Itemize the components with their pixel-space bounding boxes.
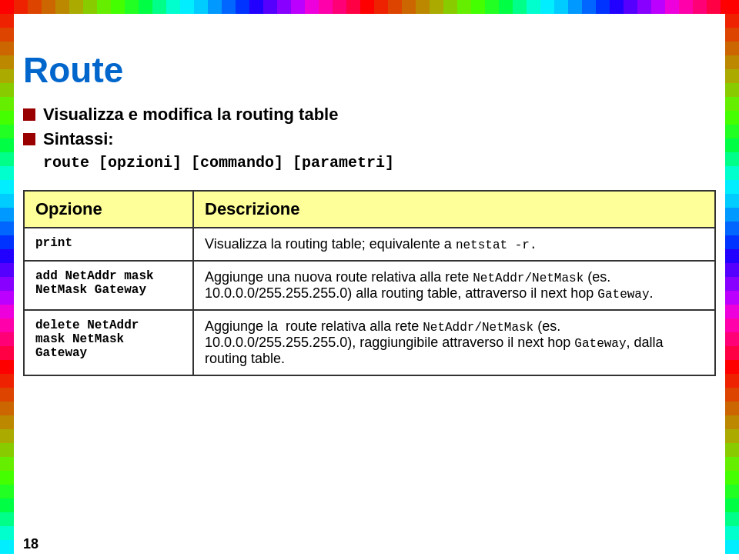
option-add: add NetAddr mask NetMask Gateway	[24, 261, 193, 310]
option-delete: delete NetAddr mask NetMask Gateway	[24, 310, 193, 375]
right-color-strip	[725, 0, 739, 554]
table-row: print Visualizza la routing table; equiv…	[24, 228, 715, 261]
top-color-strip	[0, 0, 739, 14]
left-color-strip	[0, 0, 14, 554]
subtitle-sintassi: Sintassi:	[23, 129, 716, 149]
bullet-icon-1	[23, 108, 35, 121]
desc-delete: Aggiunge la route relativa alla rete Net…	[193, 310, 715, 375]
col-header-opzione: Opzione	[24, 191, 193, 228]
col-header-descrizione: Descrizione	[193, 191, 715, 228]
subtitle-visualizza: Visualizza e modifica la routing table	[23, 105, 716, 125]
subtitle-sintassi-text: Sintassi:	[43, 129, 114, 149]
table-row: add NetAddr mask NetMask Gateway Aggiung…	[24, 261, 715, 310]
route-table: Opzione Descrizione print Visualizza la …	[23, 190, 716, 376]
page-title: Route	[23, 49, 716, 91]
page-number: 18	[23, 536, 38, 552]
table-row: delete NetAddr mask NetMask Gateway Aggi…	[24, 310, 715, 375]
syntax-line: route [opzioni] [commando] [parametri]	[43, 154, 716, 172]
bullet-icon-2	[23, 133, 35, 145]
option-print: print	[24, 228, 193, 261]
desc-add: Aggiunge una nuova route relativa alla r…	[193, 261, 715, 310]
desc-print: Visualizza la routing table; equivalente…	[193, 228, 715, 261]
main-content: Route Visualizza e modifica la routing t…	[23, 17, 716, 537]
subtitle-visualizza-text: Visualizza e modifica la routing table	[43, 105, 338, 125]
